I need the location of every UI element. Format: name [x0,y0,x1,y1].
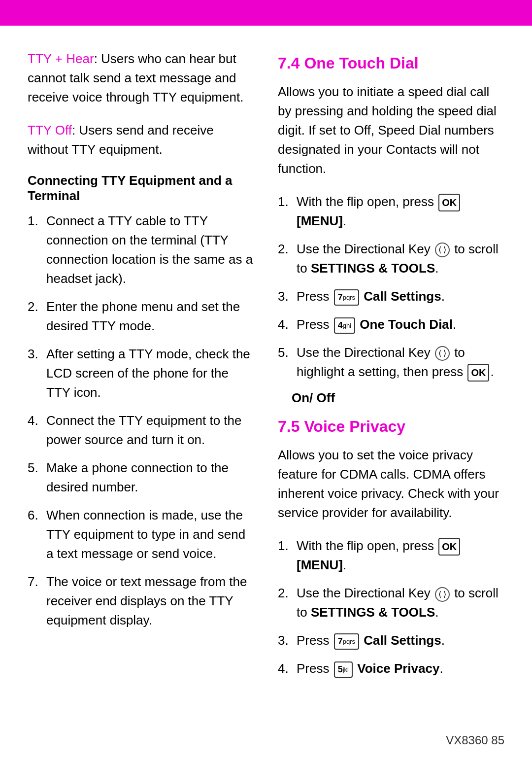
left-column: TTY + Hear: Users who can hear but canno… [28,49,254,687]
ok-key3-icon: OK [438,538,460,556]
step75-3: 3. Press 7pqrs Call Settings. [278,631,504,650]
tty-off-label: TTY Off [28,123,72,138]
tty-step-3: 3. After setting a TTY mode, check the L… [28,345,254,402]
dir-key2-icon: ⟨ ⟩ [435,346,450,361]
step74-4: 4. Press 4ghi One Touch Dial. [278,315,504,334]
key-7b-icon: 7pqrs [334,633,359,650]
section-75-steps: 1. With the flip open, press OK [MENU]. … [278,536,504,678]
step74-1: 1. With the flip open, press OK [MENU]. [278,192,504,231]
ok-key2-icon: OK [467,364,489,382]
tty-hear-label: TTY + Hear [28,51,94,66]
tty-step-5: 5. Make a phone connection to the desire… [28,458,254,497]
dir-key3-icon: ⟨ ⟩ [435,587,450,602]
section-75-title: 7.5 Voice Privacy [278,417,504,436]
footer-text: VX8360 85 [446,733,504,747]
tty-hear-section: TTY + Hear: Users who can hear but canno… [28,49,254,107]
step74-5: 5. Use the Directional Key ⟨ ⟩ to highli… [278,343,504,382]
ok-key-icon: OK [438,194,460,211]
step74-3: 3. Press 7pqrs Call Settings. [278,287,504,306]
tty-off-section: TTY Off: Users send and receive without … [28,121,254,159]
dir-key-icon: ⟨ ⟩ [435,243,450,257]
section-74-title: 7.4 One Touch Dial [278,54,504,72]
tty-step-1: 1. Connect a TTY cable to TTY connection… [28,211,254,288]
section-75-intro: Allows you to set the voice privacy feat… [278,446,504,522]
step75-4: 4. Press 5jkl Voice Privacy. [278,659,504,678]
right-column: 7.4 One Touch Dial Allows you to initiat… [278,49,504,687]
key-5-icon: 5jkl [334,661,353,678]
section-74-intro: Allows you to initiate a speed dial call… [278,82,504,178]
on-off-label: On/ Off [292,390,504,406]
key-7-icon: 7pqrs [334,289,359,306]
tty-step-6: 6. When connection is made, use the TTY … [28,506,254,563]
key-4-icon: 4ghi [334,317,355,334]
tty-steps-list: 1. Connect a TTY cable to TTY connection… [28,211,254,630]
step74-2: 2. Use the Directional Key ⟨ ⟩ to scroll… [278,240,504,278]
tty-step-7: 7. The voice or text message from the re… [28,572,254,630]
tty-step-2: 2. Enter the phone menu and set the desi… [28,297,254,336]
tty-step-4: 4. Connect the TTY equipment to the powe… [28,411,254,450]
connecting-heading: Connecting TTY Equipment and a Terminal [28,173,254,204]
step75-2: 2. Use the Directional Key ⟨ ⟩ to scroll… [278,584,504,622]
section-74-steps: 1. With the flip open, press OK [MENU]. … [278,192,504,382]
top-bar [0,0,532,26]
step75-1: 1. With the flip open, press OK [MENU]. [278,536,504,575]
